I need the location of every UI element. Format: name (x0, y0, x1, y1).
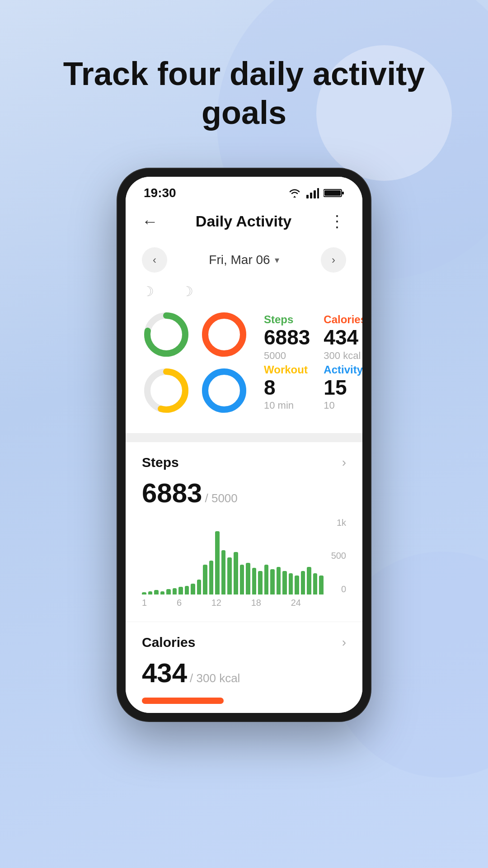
x-label-6: 6 (177, 598, 182, 608)
prev-date-button[interactable]: ‹ (142, 247, 167, 273)
svg-rect-5 (342, 192, 344, 194)
calories-bar (142, 698, 224, 704)
y-label-500: 500 (331, 551, 346, 561)
chart-bar (234, 552, 238, 594)
chart-bar (264, 565, 269, 594)
chart-bar (246, 563, 250, 594)
stat-calories: Calories 434 300 kcal (324, 313, 362, 362)
chart-bar (301, 571, 305, 594)
calories-card-header: Calories › (142, 622, 346, 657)
chart-bars (142, 504, 324, 594)
chart-bar (154, 590, 159, 594)
svg-rect-2 (314, 190, 316, 198)
steps-detail-card: Steps › 6883 / 5000 1 6 (126, 442, 362, 622)
moon-decorations: ☽ ☽ (126, 283, 362, 301)
chart-bar (215, 531, 220, 594)
calories-goal-text: / 300 kcal (190, 671, 240, 685)
headline: Track four daily activity goals (0, 54, 488, 132)
svg-rect-1 (310, 193, 312, 198)
rings-grid (142, 310, 250, 415)
steps-label: Steps (264, 313, 310, 326)
chart-x-axis: 1 6 12 18 24 (142, 598, 301, 608)
steps-card-arrow[interactable]: › (342, 455, 346, 470)
calories-label: Calories (324, 313, 362, 326)
moon-icon-1: ☽ (142, 283, 154, 299)
chart-area: 1 6 12 18 24 (142, 518, 324, 608)
calories-value-row: 434 / 300 kcal (142, 657, 346, 689)
moon-icon-2: ☽ (181, 283, 193, 299)
workout-ring (142, 366, 191, 415)
activity-label: Activity (324, 363, 362, 376)
wifi-icon (287, 188, 302, 198)
date-nav: ‹ Fri, Mar 06 ▾ › (126, 240, 362, 283)
steps-chart: 1 6 12 18 24 1k 500 0 (142, 518, 346, 608)
chart-bar (295, 576, 299, 594)
calories-card-arrow[interactable]: › (342, 635, 346, 650)
chart-bar (197, 580, 202, 594)
chart-bar (240, 565, 244, 594)
phone-frame: 19:30 (117, 169, 371, 721)
steps-goal: 5000 (264, 350, 310, 362)
stats-grid: Steps 6883 5000 Calories 434 300 kcal Wo… (264, 313, 362, 411)
status-time: 19:30 (144, 186, 176, 200)
app-header: ← Daily Activity ⋮ (126, 205, 362, 240)
chart-bar (270, 569, 275, 594)
workout-label: Workout (264, 363, 310, 376)
chart-bar (142, 592, 146, 594)
signal-icon (306, 188, 319, 198)
app-title: Daily Activity (196, 212, 291, 230)
chart-bar (319, 576, 324, 594)
chart-bar (307, 567, 311, 594)
chart-bar (277, 567, 281, 594)
svg-rect-0 (306, 195, 309, 198)
steps-value: 6883 (264, 326, 310, 349)
calories-main-value: 434 (142, 657, 187, 689)
back-button[interactable]: ← (142, 212, 158, 231)
section-divider-1 (126, 433, 362, 442)
phone-mockup: 19:30 (117, 169, 371, 721)
next-date-button[interactable]: › (321, 247, 346, 273)
chart-bar (289, 573, 293, 594)
chart-bar (173, 588, 177, 594)
steps-card-header: Steps › (142, 442, 346, 477)
chart-bar (160, 591, 165, 594)
activity-ring (200, 366, 249, 415)
y-label-0: 0 (341, 584, 346, 594)
activity-summary: Steps 6883 5000 Calories 434 300 kcal Wo… (126, 301, 362, 433)
chart-bar (178, 587, 183, 594)
calories-card-title: Calories (142, 635, 195, 650)
x-label-12: 12 (211, 598, 221, 608)
x-label-18: 18 (251, 598, 261, 608)
y-label-1k: 1k (337, 518, 346, 528)
chart-bar (313, 573, 318, 594)
chart-bar (282, 571, 287, 594)
battery-icon (324, 188, 344, 198)
chart-bar (258, 571, 263, 594)
date-label: Fri, Mar 06 ▾ (209, 253, 279, 267)
steps-card-title: Steps (142, 455, 179, 470)
status-bar: 19:30 (126, 177, 362, 205)
svg-point-10 (205, 316, 243, 354)
stat-activity: Activity 15 10 (324, 363, 362, 412)
workout-goal: 10 min (264, 400, 310, 411)
date-text: Fri, Mar 06 (209, 253, 270, 267)
x-label-1: 1 (142, 598, 147, 608)
calories-value: 434 (324, 326, 362, 349)
chart-bar (252, 568, 257, 594)
calories-ring (200, 310, 249, 359)
activity-goal: 10 (324, 400, 362, 411)
svg-point-14 (205, 372, 243, 410)
calories-detail-card: Calories › 434 / 300 kcal (126, 622, 362, 713)
menu-button[interactable]: ⋮ (329, 212, 346, 231)
stat-workout: Workout 8 10 min (264, 363, 310, 412)
activity-value: 15 (324, 376, 362, 399)
date-dropdown-icon[interactable]: ▾ (275, 255, 279, 265)
phone-screen: 19:30 (126, 177, 362, 713)
svg-rect-3 (317, 188, 319, 198)
chart-bar (148, 591, 153, 594)
stat-steps: Steps 6883 5000 (264, 313, 310, 362)
chart-bar (221, 550, 226, 594)
x-label-24: 24 (291, 598, 301, 608)
steps-goal-text: / 5000 (205, 491, 237, 505)
chart-bar (227, 557, 232, 594)
